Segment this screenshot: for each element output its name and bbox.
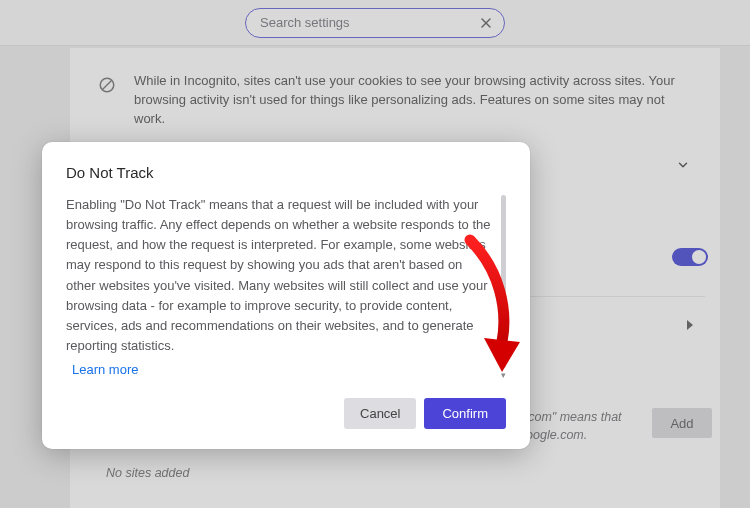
dialog-actions: Cancel Confirm xyxy=(66,398,506,429)
svg-line-3 xyxy=(103,81,112,90)
dnt-toggle[interactable] xyxy=(672,248,708,266)
dialog-title: Do Not Track xyxy=(66,164,506,181)
chevron-down-icon[interactable] xyxy=(676,158,690,172)
svg-marker-4 xyxy=(687,320,693,330)
search-input[interactable]: Search settings xyxy=(245,8,505,38)
no-sites-label: No sites added xyxy=(106,466,712,480)
settings-topbar: Search settings xyxy=(0,0,750,46)
incognito-notice: While in Incognito, sites can't use your… xyxy=(70,72,720,129)
add-site-button[interactable]: Add xyxy=(652,408,712,438)
learn-more-link[interactable]: Learn more xyxy=(72,360,138,380)
scroll-down-caret-icon: ▾ xyxy=(501,370,506,380)
dialog-body-text: Enabling "Do Not Track" means that a req… xyxy=(66,197,490,353)
block-circle-icon xyxy=(98,76,116,94)
search-placeholder: Search settings xyxy=(260,15,478,30)
caret-right-icon[interactable] xyxy=(687,320,695,330)
do-not-track-dialog: Do Not Track Enabling "Do Not Track" mea… xyxy=(42,142,530,449)
dialog-body: Enabling "Do Not Track" means that a req… xyxy=(66,195,492,380)
clear-search-icon[interactable] xyxy=(478,15,494,31)
dialog-scrollbar[interactable]: ▾ xyxy=(500,195,506,380)
confirm-button[interactable]: Confirm xyxy=(424,398,506,429)
incognito-notice-text: While in Incognito, sites can't use your… xyxy=(134,72,692,129)
cancel-button[interactable]: Cancel xyxy=(344,398,416,429)
